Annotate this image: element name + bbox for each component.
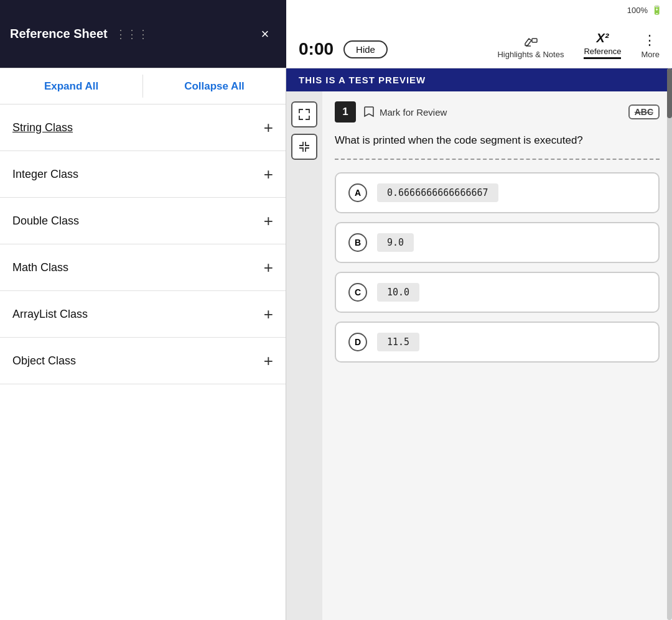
more-icon: ⋮ bbox=[643, 32, 658, 49]
ref-item-label: Math Class bbox=[12, 261, 68, 274]
expand-item-icon: + bbox=[264, 258, 273, 277]
ref-item[interactable]: Integer Class + bbox=[0, 151, 286, 198]
option-value: 11.5 bbox=[377, 333, 419, 351]
ref-item-label: ArrayList Class bbox=[12, 308, 88, 321]
expand-item-icon: + bbox=[264, 165, 273, 184]
top-bar: Reference Sheet ⋮⋮⋮ × 100% 🔋 0:00 Hide H… bbox=[0, 0, 672, 68]
expand-buttons bbox=[286, 91, 322, 620]
more-label: More bbox=[641, 50, 660, 59]
expand-item-icon: + bbox=[264, 211, 273, 231]
close-button[interactable]: × bbox=[254, 23, 276, 45]
reference-panel-header: Reference Sheet ⋮⋮⋮ × bbox=[0, 0, 286, 68]
options-container: A 0.6666666666666667 B 9.0 C 10.0 D 11.5 bbox=[335, 172, 660, 363]
timer-area: 0:00 Hide bbox=[299, 39, 388, 63]
mark-review-label: Mark for Review bbox=[380, 107, 447, 118]
drag-icon: ⋮⋮⋮ bbox=[115, 27, 149, 41]
ref-actions: Expand All Collapse All bbox=[0, 68, 286, 104]
scrollbar-track[interactable] bbox=[667, 91, 672, 620]
bookmark-icon bbox=[363, 106, 375, 118]
abc-icon: ABC bbox=[635, 107, 653, 117]
ref-item[interactable]: Math Class + bbox=[0, 244, 286, 291]
expand-icon[interactable] bbox=[291, 101, 317, 127]
toolbar-highlights[interactable]: Highlights & Notes bbox=[497, 37, 564, 59]
ref-item[interactable]: Double Class + bbox=[0, 198, 286, 244]
expand-item-icon: + bbox=[264, 118, 273, 137]
option-value: 0.6666666666666667 bbox=[377, 183, 498, 202]
reference-icon: X² bbox=[596, 31, 609, 45]
expand-all-button[interactable]: Expand All bbox=[0, 68, 142, 104]
timer: 0:00 bbox=[299, 39, 334, 59]
content-scroll: 1 Mark for Review ABC What is printed wh… bbox=[286, 91, 672, 620]
battery-row: 100% 🔋 bbox=[286, 5, 672, 15]
ref-item-label: Integer Class bbox=[12, 168, 78, 181]
answer-option[interactable]: B 9.0 bbox=[335, 222, 660, 263]
top-bar-right: 100% 🔋 0:00 Hide Highlights & Notes X² R… bbox=[286, 0, 672, 68]
preview-banner: THIS IS A TEST PREVIEW bbox=[286, 68, 672, 91]
option-circle: B bbox=[348, 233, 367, 252]
option-value: 10.0 bbox=[377, 283, 419, 302]
toolbar-more[interactable]: ⋮ More bbox=[641, 32, 660, 59]
answer-option[interactable]: C 10.0 bbox=[335, 272, 660, 313]
ref-item-label: String Class bbox=[12, 121, 73, 134]
content-area: THIS IS A TEST PREVIEW bbox=[286, 68, 672, 620]
expand-arrows-icon bbox=[298, 108, 310, 121]
svg-rect-0 bbox=[532, 39, 537, 42]
reference-list: String Class + Integer Class + Double Cl… bbox=[0, 104, 286, 620]
reference-panel: Expand All Collapse All String Class + I… bbox=[0, 68, 286, 620]
toolbar: Highlights & Notes X² Reference ⋮ More bbox=[497, 31, 660, 63]
ref-item-label: Double Class bbox=[12, 215, 79, 228]
reference-sheet-title: Reference Sheet bbox=[10, 27, 108, 41]
collapse-arrows-icon bbox=[298, 141, 310, 153]
collapse-all-button[interactable]: Collapse All bbox=[143, 68, 286, 104]
question-area: 1 Mark for Review ABC What is printed wh… bbox=[322, 91, 672, 620]
question-text: What is printed when the code segment is… bbox=[335, 132, 660, 160]
highlights-label: Highlights & Notes bbox=[497, 50, 564, 59]
answer-option[interactable]: A 0.6666666666666667 bbox=[335, 172, 660, 213]
option-circle: A bbox=[348, 183, 367, 202]
reference-label: Reference bbox=[584, 47, 621, 56]
ref-item[interactable]: ArrayList Class + bbox=[0, 291, 286, 338]
toolbar-reference[interactable]: X² Reference bbox=[584, 31, 621, 59]
expand-item-icon: + bbox=[264, 351, 273, 371]
scrollbar-thumb bbox=[667, 91, 672, 118]
battery-icon: 🔋 bbox=[651, 5, 662, 15]
option-value: 9.0 bbox=[377, 233, 414, 252]
option-circle: D bbox=[348, 333, 367, 351]
mark-for-review-button[interactable]: Mark for Review bbox=[363, 106, 628, 118]
battery-percentage: 100% bbox=[627, 6, 648, 15]
hide-button[interactable]: Hide bbox=[343, 40, 388, 58]
highlights-icon bbox=[524, 37, 538, 49]
answer-option[interactable]: D 11.5 bbox=[335, 322, 660, 363]
collapse-icon[interactable] bbox=[291, 134, 317, 160]
question-header: 1 Mark for Review ABC bbox=[335, 101, 660, 123]
abc-button[interactable]: ABC bbox=[628, 104, 660, 119]
ref-item[interactable]: String Class + bbox=[0, 104, 286, 151]
ref-item-label: Object Class bbox=[12, 354, 76, 368]
main-area: Expand All Collapse All String Class + I… bbox=[0, 68, 672, 620]
option-circle: C bbox=[348, 283, 367, 302]
question-number: 1 bbox=[335, 101, 356, 123]
ref-item[interactable]: Object Class + bbox=[0, 338, 286, 384]
expand-item-icon: + bbox=[264, 305, 273, 324]
